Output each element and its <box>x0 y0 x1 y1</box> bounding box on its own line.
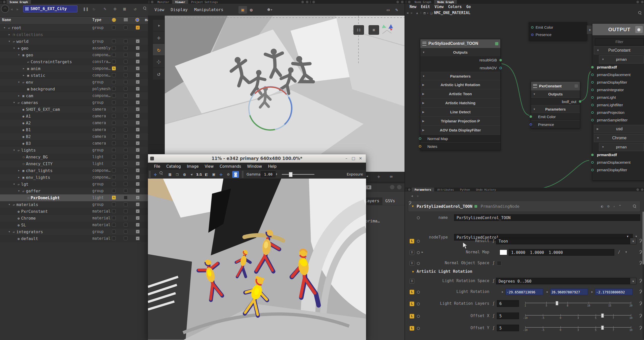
node-pxrconstant[interactable]: PxrConstant ▼Outputsbxdf_out▼ParametersE… <box>531 81 580 128</box>
stop-render-button[interactable]: ■ <box>369 25 379 35</box>
outputs-section[interactable]: ▼Outputs <box>531 90 580 97</box>
render-checkbox[interactable] <box>124 53 128 57</box>
live-render-checkbox[interactable]: ✓ <box>136 94 140 97</box>
wrench-icon[interactable] <box>625 204 629 209</box>
render-history-icon[interactable]: ↺ <box>134 6 136 11</box>
scene-graph-row[interactable]: ▼▱camerasgroup✓ <box>0 99 148 106</box>
live-render-checkbox[interactable]: ✓ <box>136 80 140 84</box>
wrench-icon[interactable] <box>639 250 642 254</box>
search-icon[interactable] <box>143 6 147 10</box>
render-checkbox[interactable] <box>124 73 128 77</box>
expander-icon[interactable]: ▼ <box>597 47 599 54</box>
expression-icon[interactable]: ʃ <box>492 313 495 318</box>
tool-translate-button[interactable]: ✛ <box>153 32 165 43</box>
rotate-gizmo[interactable] <box>249 87 292 130</box>
render-checkbox[interactable] <box>124 107 128 111</box>
scene-graph-row[interactable]: ▼❖geoassembly✓ <box>0 45 148 52</box>
render-checkbox[interactable] <box>124 189 128 193</box>
visibility-checkbox[interactable] <box>112 53 116 57</box>
menu-item-file[interactable]: File <box>154 164 160 169</box>
open-port-icon[interactable] <box>591 81 594 84</box>
visibility-checkbox[interactable] <box>112 216 116 220</box>
output-port-row[interactable]: prmanLight <box>592 94 644 101</box>
expander-icon[interactable]: ▼ <box>422 75 425 78</box>
param-checkbox[interactable] <box>497 261 501 265</box>
partial-port-row[interactable]: Presence <box>529 31 587 38</box>
visibility-checkbox[interactable] <box>112 73 116 77</box>
minimize-button[interactable]: – <box>343 154 350 162</box>
node-output[interactable]: OUTPUT ◉ Filter PxrConstant▼prman▼prmanB… <box>592 23 644 181</box>
color-swatch[interactable] <box>500 250 507 255</box>
exposure-slider[interactable] <box>282 172 314 177</box>
render-checkbox[interactable] <box>124 155 128 159</box>
caret-down-icon[interactable]: ▼ <box>630 238 636 244</box>
scene-graph-row[interactable]: ▶▣animcompone…✎✓ <box>0 65 148 72</box>
state-dot-icon[interactable] <box>417 262 420 265</box>
live-render-checkbox[interactable]: ✓ <box>136 168 140 172</box>
scene-graph-row[interactable]: ❍Annecy_BGlight✓ <box>0 154 148 160</box>
visibility-checkbox[interactable]: ✎ <box>112 196 116 199</box>
render-checkbox[interactable] <box>124 230 128 233</box>
live-render-checkbox[interactable]: ✓ <box>136 114 140 118</box>
render-checkbox[interactable] <box>124 114 128 118</box>
param-section-triplanar-projection-p[interactable]: ▶Triplanar Projection P <box>420 116 500 125</box>
open-port-icon[interactable] <box>591 96 594 99</box>
live-render-checkbox[interactable]: ✓ <box>136 107 140 111</box>
menu-item-display[interactable]: Display <box>171 7 188 12</box>
parameters-node-header[interactable]: ▼ PxrStylizedControl_TOON PrmanShadingNo… <box>408 201 640 212</box>
badge-local-icon[interactable]: L <box>410 326 414 331</box>
input-port-row[interactable]: Presence <box>531 120 580 128</box>
expander-icon[interactable]: ▶ <box>22 65 26 72</box>
render-checkbox[interactable] <box>124 196 128 199</box>
visibility-checkbox[interactable] <box>112 202 116 206</box>
scene-graph-row[interactable]: ◉B1camera✓ <box>0 126 148 133</box>
katana-liveness-icon[interactable]: ◠ <box>1 5 9 13</box>
state-dot-icon[interactable] <box>417 302 420 305</box>
live-render-checkbox[interactable]: ✓ <box>136 46 140 50</box>
pan-mode-icon[interactable]: ✛ <box>377 174 380 179</box>
expander-icon[interactable]: ▼ <box>12 147 16 154</box>
viewer-visibility-icon[interactable] <box>112 18 116 22</box>
gamma-spinner[interactable]: ▲▼ <box>276 173 277 176</box>
render-checkbox[interactable] <box>124 175 128 179</box>
tool-select-button[interactable]: ➤ <box>153 20 165 31</box>
live-render-checkbox[interactable]: ✓ <box>136 223 140 227</box>
search-icon[interactable] <box>633 204 637 208</box>
scene-graph-row[interactable]: ▼▱materialsgroup✓ <box>0 201 148 208</box>
output-port-row[interactable]: resultRGB <box>420 56 500 64</box>
forward-icon[interactable]: ▶ <box>417 194 419 198</box>
output-port-row[interactable]: prmanDisplayfilter <box>592 166 644 174</box>
state-dot-icon[interactable] <box>417 327 420 330</box>
open-port-icon[interactable] <box>591 161 594 164</box>
expander-icon[interactable]: ▶ <box>422 129 424 131</box>
scene-graph-row[interactable]: ▼▱gaffergroup✓ <box>0 188 148 194</box>
layer-badge[interactable]: W <box>366 185 371 189</box>
scene-graph-row[interactable]: ▼▱rootgroup✓ <box>0 24 148 31</box>
chevron-right-icon[interactable]: ▶ <box>502 290 503 293</box>
live-render-checkbox[interactable]: ✓ <box>136 182 140 186</box>
live-render-checkbox[interactable]: ✓ <box>136 209 140 213</box>
column-type[interactable]: Type <box>92 18 101 22</box>
menu-item-window[interactable]: Window <box>247 164 262 169</box>
state-dot-icon[interactable] <box>417 251 420 254</box>
param-slider[interactable]: 158101520 <box>525 300 631 308</box>
scene-graph-row[interactable]: ❍PxrDomeLightlight✎✓ <box>0 194 148 201</box>
param-dropdown[interactable]: Degrees 0..360▼ <box>496 278 636 284</box>
scene-graph-row[interactable]: ◍Chromematerial✓ <box>0 215 148 222</box>
wrench-icon[interactable] <box>639 314 642 318</box>
scene-graph-row[interactable]: ◉SHOT_6_EXT_camcamera✓ <box>0 106 148 113</box>
visibility-checkbox[interactable]: ✎ <box>112 66 116 70</box>
badge-local-icon[interactable]: L <box>410 301 414 306</box>
menu-item-help[interactable]: Help <box>268 164 276 169</box>
output-port-row[interactable]: resultAOV <box>420 64 500 72</box>
partial-port-row[interactable]: Emit Color <box>529 24 587 31</box>
render-checkbox[interactable] <box>124 26 128 29</box>
panel-float-icon[interactable] <box>301 1 304 3</box>
render-checkbox[interactable] <box>124 162 128 165</box>
chevron-right-icon[interactable]: ▶ <box>591 290 593 293</box>
live-render-checkbox[interactable]: ✓ <box>136 73 140 77</box>
node-pxrstylizedcontrol-toon[interactable]: PxrStylizedControl_TOON ▼OutputsresultRG… <box>420 39 501 150</box>
menu-item-catalog[interactable]: Catalog <box>166 164 181 169</box>
visibility-checkbox[interactable] <box>112 189 116 193</box>
render-checkbox[interactable] <box>124 168 128 172</box>
